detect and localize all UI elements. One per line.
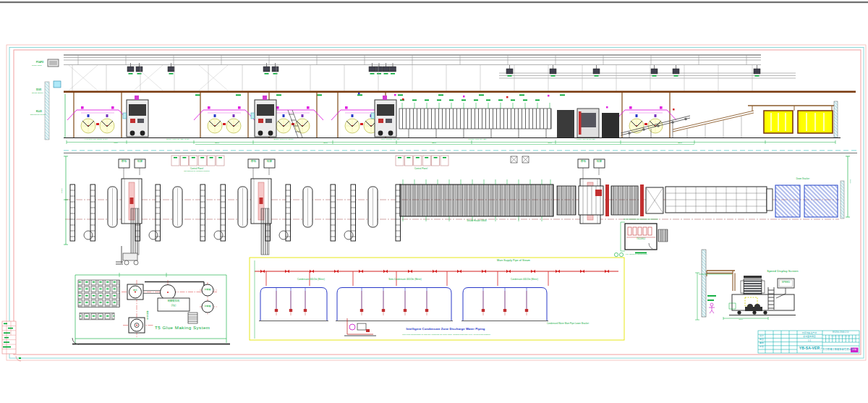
dim-label-6: 2500 [678,143,682,145]
dryer-plan-label: Steam Header 6M08 [467,220,487,222]
glue-motor-label: 电机 [133,289,137,292]
stand-tag: 原纸 [251,161,256,164]
elevation-view [45,55,856,145]
control-panel-label-2: Control Panel [414,168,427,170]
glue-tank-1-label: 贮糊罐 [205,289,211,291]
dim-label-5: 1800 [548,143,552,145]
elevation-left-label-1-code: F1&F2 [36,61,43,64]
titleblock-code: YB-SA-VER [799,347,820,350]
operator-figure [709,303,715,313]
revision-table [2,321,21,361]
stand-tag: 原纸 [122,161,127,164]
speed-display-label: Speed Display Screen [767,270,798,273]
machine-label-6: Rotary Cut-off NC-320 [576,139,595,141]
dim-label-3: 3000 [323,143,328,145]
steam-note-blue: Intelligent Condensate Zone Discharge Wa… [406,328,485,331]
stacker-side-view [695,250,796,320]
titleblock-row-2: 制图 [760,339,764,341]
machine-label-3: Bridge Conveyor 22.5m [273,139,293,141]
stacker-bays [748,101,838,137]
dim-label-4: 2200 [432,143,436,145]
cutoff-section [557,109,619,137]
machine-label-5: Double Facer DF-320 [469,139,487,141]
titleblock-row-1: 设计 [760,335,764,337]
elevation-left-label-3-name: Equipment Layout [30,114,46,116]
titleblock-digits: 1 2 3 4 5 6 7 8 9 10 11 [831,336,850,338]
stacker-dim: 1800 [739,319,743,321]
plan-view [64,150,857,265]
machine-label-1: 640x1800 Roll Stand (2 set) [85,139,108,141]
crane-rails [64,55,796,90]
speed-display-screen-text: SPEED [782,281,790,284]
dryer-plan [400,179,553,221]
glue-mixer-label: 制糊搅拌机 [168,300,179,302]
elevation-left-label-3-code: KL01 [36,111,42,113]
glue-tank-2-label: 贮糊罐 [205,305,211,307]
down-stacker-plan [775,181,844,219]
dim-label-1: 7150 [114,143,118,145]
titleblock-company: 广东万联精工智能装备有限公司 [820,349,854,351]
overhead-beam [64,65,856,96]
plan-dim-right: 9000 [848,179,851,184]
titleblock-logo: 万联 [852,349,856,351]
outfeed-conveyor-plan [665,187,773,213]
titleblock-line2: 总平面布置图 [803,336,815,338]
titleblock-scale: 1:1 [808,340,811,342]
knife-section-plan [557,184,663,216]
machine-label-2: Single Facer SF-320 (2 set) [166,139,190,141]
stand-tag: 原纸 [581,161,586,164]
control-panel-sublabel: Not Similar to Location Control [184,171,210,173]
top-gray-bar [0,1,868,3]
stand-tag: 纸架 [267,161,272,164]
titleblock-line1: 瓦楞纸板生产线 [802,332,817,334]
down-stacker-label: Down Stacker [796,178,810,180]
titleblock-model: WJ250-2500-2-D [833,331,849,334]
left-wall-and-monitor [45,59,65,140]
elevation-detail-specks [358,93,675,111]
mill-roll-stands [70,184,401,241]
glue-system-title: T5 Glue Making System [155,326,210,331]
titleblock-row-3: 审核 [760,342,764,344]
machine-label-4: Glue Machine GM-320 [381,139,400,141]
glue-mixer-sublabel: (2台) [171,305,176,307]
plan-dim-left: 24000 [60,188,62,193]
glue-making-detail [72,273,230,344]
detail-box-label: T5C0912 [637,238,645,240]
steam-corner-note: Key Screw to Condensate [626,254,647,256]
elevation-left-label-1-name: Crane Rails [32,65,42,67]
glue-platform-label: 操作平台 [146,311,148,320]
dim-label-2: 5500 [215,143,219,145]
drawing-canvas [0,0,868,403]
control-panel-clusters [171,156,529,166]
cad-drawing-sheet: F1&F2 Crane Rails 5101 Steam Supply KL01… [0,0,868,403]
steam-label-right: Condensed Water Main Pipe Lower Bracket [547,323,589,325]
dryer-section [399,100,551,138]
stand-tag: 纸架 [137,161,142,164]
steam-label-left-2: Condensate 40D/2m (Meter) [511,279,538,281]
titleblock-row-4: 工艺 [760,346,764,348]
steam-note-green: Pipe from Condensate to Main Dry problem… [402,334,490,336]
stand-tag: 纸架 [597,161,602,164]
elevation-left-label-2-name: Steam Supply [32,93,43,95]
steam-label-left: Condensate 40D/2m (Meter) [297,279,325,281]
steam-label-mid: Semi-Condensate 40D/2m (Meter) [388,279,422,281]
steam-title: Main Supply Pipe of Steam [497,260,530,263]
elevation-left-label-2-code: 5101 [36,89,42,91]
